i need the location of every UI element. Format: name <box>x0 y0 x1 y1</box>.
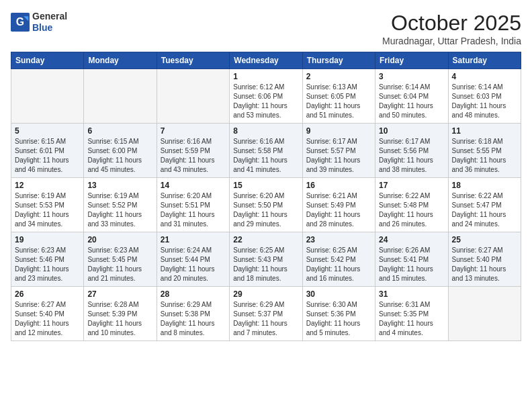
title-area: October 2025 Muradnagar, Uttar Pradesh, … <box>382 11 521 46</box>
table-row: 28Sunrise: 6:29 AMSunset: 5:38 PMDayligh… <box>157 287 229 341</box>
table-row: 12Sunrise: 6:19 AMSunset: 5:53 PMDayligh… <box>11 178 84 232</box>
logo-text: General Blue <box>32 11 67 34</box>
cell-info: Sunrise: 6:14 AMSunset: 6:03 PMDaylight:… <box>452 83 517 120</box>
cell-info: Sunrise: 6:17 AMSunset: 5:57 PMDaylight:… <box>306 137 371 175</box>
cell-info: Sunrise: 6:27 AMSunset: 5:40 PMDaylight:… <box>15 300 80 338</box>
table-row: 27Sunrise: 6:28 AMSunset: 5:39 PMDayligh… <box>84 287 157 341</box>
calendar-week-row: 19Sunrise: 6:23 AMSunset: 5:46 PMDayligh… <box>11 232 521 287</box>
cell-info: Sunrise: 6:19 AMSunset: 5:52 PMDaylight:… <box>87 191 152 229</box>
weekday-header-thursday: Thursday <box>302 52 375 69</box>
cell-info: Sunrise: 6:22 AMSunset: 5:47 PMDaylight:… <box>452 191 517 229</box>
cell-info: Sunrise: 6:13 AMSunset: 6:05 PMDaylight:… <box>306 83 371 120</box>
weekday-header-tuesday: Tuesday <box>157 52 229 69</box>
table-row: 24Sunrise: 6:26 AMSunset: 5:41 PMDayligh… <box>375 232 448 287</box>
table-row: 15Sunrise: 6:20 AMSunset: 5:50 PMDayligh… <box>230 178 302 232</box>
day-number: 24 <box>379 235 444 244</box>
table-row: 21Sunrise: 6:24 AMSunset: 5:44 PMDayligh… <box>157 232 229 287</box>
cell-info: Sunrise: 6:28 AMSunset: 5:39 PMDaylight:… <box>87 300 152 338</box>
weekday-header-saturday: Saturday <box>448 52 521 69</box>
cell-info: Sunrise: 6:16 AMSunset: 5:58 PMDaylight:… <box>233 137 298 175</box>
day-number: 22 <box>233 235 298 244</box>
table-row: 1Sunrise: 6:12 AMSunset: 6:06 PMDaylight… <box>230 69 302 124</box>
day-number: 21 <box>161 235 226 244</box>
day-number: 4 <box>452 72 517 81</box>
table-row: 19Sunrise: 6:23 AMSunset: 5:46 PMDayligh… <box>11 232 84 287</box>
cell-info: Sunrise: 6:12 AMSunset: 6:06 PMDaylight:… <box>233 83 298 120</box>
weekday-header-wednesday: Wednesday <box>230 52 302 69</box>
calendar: SundayMondayTuesdayWednesdayThursdayFrid… <box>11 52 521 341</box>
day-number: 30 <box>306 289 371 299</box>
cell-info: Sunrise: 6:30 AMSunset: 5:36 PMDaylight:… <box>306 300 371 338</box>
table-row: 25Sunrise: 6:27 AMSunset: 5:40 PMDayligh… <box>448 232 521 287</box>
table-row: 2Sunrise: 6:13 AMSunset: 6:05 PMDaylight… <box>302 69 375 124</box>
cell-info: Sunrise: 6:26 AMSunset: 5:41 PMDaylight:… <box>379 246 444 283</box>
svg-text:G: G <box>16 16 24 28</box>
table-row: 31Sunrise: 6:31 AMSunset: 5:35 PMDayligh… <box>375 287 448 341</box>
table-row: 9Sunrise: 6:17 AMSunset: 5:57 PMDaylight… <box>302 124 375 178</box>
logo-general: General <box>32 11 67 21</box>
day-number: 12 <box>15 181 80 190</box>
cell-info: Sunrise: 6:31 AMSunset: 5:35 PMDaylight:… <box>379 300 444 338</box>
table-row: 18Sunrise: 6:22 AMSunset: 5:47 PMDayligh… <box>448 178 521 232</box>
cell-info: Sunrise: 6:19 AMSunset: 5:53 PMDaylight:… <box>15 191 80 229</box>
table-row: 14Sunrise: 6:20 AMSunset: 5:51 PMDayligh… <box>157 178 229 232</box>
cell-info: Sunrise: 6:22 AMSunset: 5:48 PMDaylight:… <box>379 191 444 229</box>
page-header: G General Blue October 2025 Muradnagar, … <box>11 11 521 46</box>
location-title: Muradnagar, Uttar Pradesh, India <box>382 36 521 46</box>
calendar-week-row: 1Sunrise: 6:12 AMSunset: 6:06 PMDaylight… <box>11 69 521 124</box>
month-title: October 2025 <box>382 11 521 36</box>
day-number: 9 <box>306 126 371 136</box>
table-row: 29Sunrise: 6:29 AMSunset: 5:37 PMDayligh… <box>230 287 302 341</box>
table-row: 8Sunrise: 6:16 AMSunset: 5:58 PMDaylight… <box>230 124 302 178</box>
day-number: 31 <box>379 289 444 299</box>
day-number: 25 <box>452 235 517 244</box>
cell-info: Sunrise: 6:24 AMSunset: 5:44 PMDaylight:… <box>161 246 226 283</box>
logo-icon: G <box>11 13 30 32</box>
table-row: 20Sunrise: 6:23 AMSunset: 5:45 PMDayligh… <box>84 232 157 287</box>
table-row <box>157 69 229 124</box>
day-number: 10 <box>379 126 444 136</box>
table-row: 13Sunrise: 6:19 AMSunset: 5:52 PMDayligh… <box>84 178 157 232</box>
weekday-header-friday: Friday <box>375 52 448 69</box>
day-number: 20 <box>87 235 152 244</box>
cell-info: Sunrise: 6:15 AMSunset: 6:01 PMDaylight:… <box>15 137 80 175</box>
day-number: 5 <box>15 126 80 136</box>
cell-info: Sunrise: 6:20 AMSunset: 5:51 PMDaylight:… <box>161 191 226 229</box>
cell-info: Sunrise: 6:21 AMSunset: 5:49 PMDaylight:… <box>306 191 371 229</box>
cell-info: Sunrise: 6:29 AMSunset: 5:37 PMDaylight:… <box>233 300 298 338</box>
day-number: 26 <box>15 289 80 299</box>
day-number: 8 <box>233 126 298 136</box>
day-number: 7 <box>161 126 226 136</box>
cell-info: Sunrise: 6:14 AMSunset: 6:04 PMDaylight:… <box>379 83 444 120</box>
weekday-header-sunday: Sunday <box>11 52 84 69</box>
table-row: 4Sunrise: 6:14 AMSunset: 6:03 PMDaylight… <box>448 69 521 124</box>
table-row: 17Sunrise: 6:22 AMSunset: 5:48 PMDayligh… <box>375 178 448 232</box>
cell-info: Sunrise: 6:18 AMSunset: 5:55 PMDaylight:… <box>452 137 517 175</box>
day-number: 2 <box>306 72 371 81</box>
table-row <box>11 69 84 124</box>
table-row: 16Sunrise: 6:21 AMSunset: 5:49 PMDayligh… <box>302 178 375 232</box>
day-number: 19 <box>15 235 80 244</box>
table-row <box>448 287 521 341</box>
cell-info: Sunrise: 6:23 AMSunset: 5:46 PMDaylight:… <box>15 246 80 283</box>
day-number: 27 <box>87 289 152 299</box>
table-row: 6Sunrise: 6:15 AMSunset: 6:00 PMDaylight… <box>84 124 157 178</box>
logo: G General Blue <box>11 11 67 34</box>
day-number: 18 <box>452 181 517 190</box>
cell-info: Sunrise: 6:23 AMSunset: 5:45 PMDaylight:… <box>87 246 152 283</box>
cell-info: Sunrise: 6:25 AMSunset: 5:43 PMDaylight:… <box>233 246 298 283</box>
table-row: 22Sunrise: 6:25 AMSunset: 5:43 PMDayligh… <box>230 232 302 287</box>
day-number: 17 <box>379 181 444 190</box>
cell-info: Sunrise: 6:27 AMSunset: 5:40 PMDaylight:… <box>452 246 517 283</box>
day-number: 1 <box>233 72 298 81</box>
day-number: 6 <box>87 126 152 136</box>
day-number: 11 <box>452 126 517 136</box>
cell-info: Sunrise: 6:29 AMSunset: 5:38 PMDaylight:… <box>161 300 226 338</box>
calendar-week-row: 26Sunrise: 6:27 AMSunset: 5:40 PMDayligh… <box>11 287 521 341</box>
day-number: 13 <box>87 181 152 190</box>
cell-info: Sunrise: 6:16 AMSunset: 5:59 PMDaylight:… <box>161 137 226 175</box>
cell-info: Sunrise: 6:15 AMSunset: 6:00 PMDaylight:… <box>87 137 152 175</box>
table-row: 26Sunrise: 6:27 AMSunset: 5:40 PMDayligh… <box>11 287 84 341</box>
table-row: 7Sunrise: 6:16 AMSunset: 5:59 PMDaylight… <box>157 124 229 178</box>
table-row <box>84 69 157 124</box>
